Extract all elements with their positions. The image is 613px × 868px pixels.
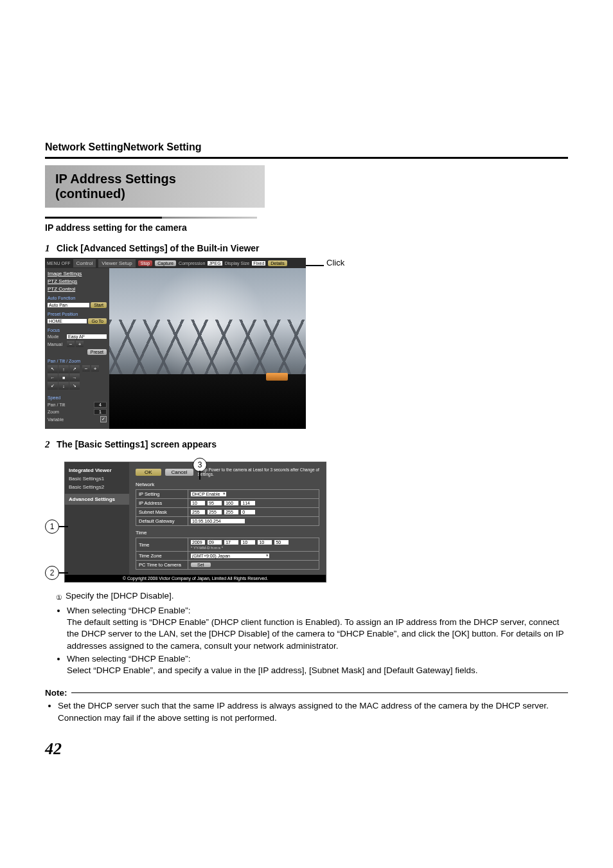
manual-label: Manual <box>48 342 66 347</box>
display-size-select[interactable]: Fixed <box>252 261 265 266</box>
bullet-2-head: When selecting “DHCP Enable”: <box>67 654 191 664</box>
preset-home-select[interactable]: HOME <box>48 319 87 323</box>
auto-pan-select[interactable]: Auto Pan <box>48 303 89 307</box>
link-ptz-control[interactable]: PTZ Control <box>48 286 107 292</box>
ip-d-field[interactable]: 114 <box>241 501 255 505</box>
focus-plus-button[interactable]: + <box>76 341 84 347</box>
ip-c-field[interactable]: 160 <box>224 501 238 505</box>
details-button[interactable]: Details <box>268 260 287 266</box>
mode-label: Mode <box>48 334 66 339</box>
step-2-text: The [Basic Settings1] screen appears <box>57 439 217 450</box>
bullet-2-body: Select “DHCP Enable”, and specify a valu… <box>67 665 478 675</box>
ptz-up-button[interactable]: ↑ <box>58 365 69 373</box>
ok-button[interactable]: OK <box>136 469 161 476</box>
ptz-up-left-button[interactable]: ↖ <box>48 365 58 373</box>
group-auto-function: Auto Function <box>48 296 107 300</box>
settings-main: OK Cancel Keep Power to the camera at Le… <box>129 462 326 575</box>
focus-mode-select[interactable]: Easy AF <box>67 334 107 339</box>
sm-b-field[interactable]: 255 <box>208 510 222 514</box>
callout-1: 1 <box>45 520 59 534</box>
tz-select[interactable]: (GMT+9:00) Japan <box>191 554 269 558</box>
note-header: Note: <box>45 688 568 698</box>
viewer-ui: MENU OFF Control Viewer Setup Stop Captu… <box>45 258 306 429</box>
time-year-field[interactable]: 2009 <box>191 540 205 545</box>
ptz-center-button[interactable]: ■ <box>58 374 69 381</box>
connector-line <box>306 265 324 266</box>
viewer-shot-2-wrap: 3 Integrated Viewer Basic Settings1 Basi… <box>45 462 568 583</box>
note-rule <box>71 692 569 693</box>
menu-off-label: MENU OFF <box>47 261 71 266</box>
settings-side-panel: Integrated Viewer Basic Settings1 Basic … <box>65 462 129 575</box>
time-mon-field[interactable]: 09 <box>208 540 222 545</box>
time-table: Time 2009 09 17 10 10 50 * YY-MM-D h:m:s… <box>136 538 319 570</box>
top-note: Keep Power to the camera at Least for 3 … <box>197 467 319 476</box>
section-rule <box>45 157 568 159</box>
link-advanced-settings[interactable]: Advanced Settings <box>65 494 129 505</box>
zoom-value[interactable]: 1 <box>94 409 107 415</box>
bullet-1-head: When selecting “DHCP Enable”: <box>67 606 191 615</box>
link-image-settings[interactable]: Image Settings <box>48 271 107 276</box>
start-button[interactable]: Start <box>91 302 107 308</box>
display-size-label: Display Size <box>225 261 250 266</box>
ptz-right-button[interactable]: → <box>69 374 80 381</box>
callout-1-line <box>59 526 68 527</box>
focus-minus-button[interactable]: − <box>67 341 75 347</box>
sm-d-field[interactable]: 0 <box>241 510 255 514</box>
item-1-marker: ① <box>54 593 64 602</box>
link-basic-settings2[interactable]: Basic Settings2 <box>69 484 125 490</box>
ptz-down-right-button[interactable]: ↘ <box>69 382 80 390</box>
row-pc-time-label: PC Time to Camera <box>136 561 188 570</box>
viewer-toolbar: MENU OFF Control Viewer Setup Stop Captu… <box>45 258 306 268</box>
time-m-field[interactable]: 10 <box>258 540 272 545</box>
cancel-button[interactable]: Cancel <box>165 469 194 476</box>
step-1: 1 Click [Advanced Settings] of the Built… <box>45 243 568 254</box>
compression-select[interactable]: JPEG <box>208 261 222 266</box>
set-button[interactable]: Set <box>191 563 211 567</box>
sm-a-field[interactable]: 255 <box>191 510 205 514</box>
network-table: IP Setting DHCP Enable IP Address 10 95 … <box>136 489 319 526</box>
ptz-down-button[interactable]: ↓ <box>58 382 69 390</box>
video-preview <box>109 268 306 429</box>
title-line-1: IP Address Settings <box>55 172 176 186</box>
callout-3-line <box>199 471 200 480</box>
preset-button[interactable]: Preset <box>87 349 107 355</box>
gateway-field[interactable]: 10.95.160.254 <box>191 519 245 523</box>
note-body: Set the DHCP server such that the same I… <box>58 700 568 723</box>
page-number: 42 <box>45 739 568 759</box>
section-header: Network SettingNetwork Setting <box>45 141 568 153</box>
ip-a-field[interactable]: 10 <box>191 501 205 505</box>
tab-viewer-setup[interactable]: Viewer Setup <box>98 259 135 267</box>
ptz-left-button[interactable]: ← <box>48 374 58 381</box>
capture-button[interactable]: Capture <box>155 260 176 266</box>
time-s-field[interactable]: 50 <box>274 540 289 545</box>
ptz-down-left-button[interactable]: ↙ <box>48 382 58 390</box>
stop-button[interactable]: Stop <box>138 260 152 266</box>
bullet-1-body: The default setting is “DHCP Enable” (DH… <box>67 617 564 650</box>
link-ptz-settings[interactable]: PTZ Settings <box>48 278 107 284</box>
note-label: Note: <box>45 688 67 698</box>
link-integrated-viewer[interactable]: Integrated Viewer <box>69 467 125 473</box>
copyright-footer: © Copyright 2008 Victor Company of Japan… <box>65 575 326 582</box>
callout-2: 2 <box>45 566 59 580</box>
zoom-label: Zoom <box>48 410 59 414</box>
goto-button[interactable]: Go To <box>88 318 107 324</box>
tab-control[interactable]: Control <box>73 259 96 267</box>
time-day-field[interactable]: 17 <box>224 540 238 545</box>
ptz-pad: ↖ ↑ ↗ ← ■ → ↙ ↓ ↘ <box>48 365 80 390</box>
time-format-note: * YY-MM-D h:m:s * <box>191 546 316 550</box>
zoom-in-button[interactable]: + <box>91 365 99 372</box>
step-1-number: 1 <box>45 243 51 254</box>
ip-setting-select[interactable]: DHCP Enable <box>191 492 226 496</box>
ptz-up-right-button[interactable]: ↗ <box>69 365 80 373</box>
body-text: ①Specify the [DHCP Disable]. When select… <box>54 590 568 676</box>
viewer-shot-1: MENU OFF Control Viewer Setup Stop Captu… <box>45 258 568 429</box>
group-ptz: Pan / Tilt / Zoom <box>48 359 107 363</box>
pan-tilt-value[interactable]: 4 <box>94 402 107 408</box>
sm-c-field[interactable]: 255 <box>224 510 238 514</box>
ip-b-field[interactable]: 95 <box>208 501 222 505</box>
group-speed: Speed <box>48 395 107 400</box>
zoom-out-button[interactable]: − <box>82 365 90 372</box>
time-h-field[interactable]: 10 <box>241 540 255 545</box>
link-basic-settings1[interactable]: Basic Settings1 <box>69 476 125 482</box>
variable-checkbox[interactable]: ✓ <box>100 416 107 422</box>
